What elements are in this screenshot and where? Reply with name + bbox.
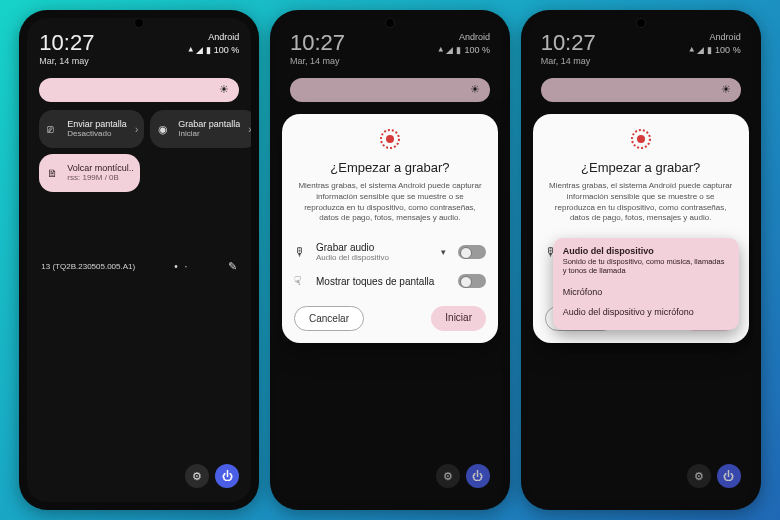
tile-cast-sub: Desactivado — [67, 130, 127, 139]
audio-source-menu: Audio del dispositivo Sonido de tu dispo… — [553, 238, 739, 330]
front-camera — [636, 18, 646, 28]
svg-point-1 — [386, 135, 394, 143]
dialog-title: ¿Empezar a grabar? — [294, 160, 486, 175]
phone-2: 10:27 Mar, 14 may Android ◢ ▮ 100 % ☀ En… — [270, 10, 510, 510]
record-dialog: ¿Empezar a grabar? Mientras grabas, el s… — [282, 114, 498, 343]
dialog-body: Mientras grabas, el sistema Android pued… — [294, 181, 486, 236]
svg-point-3 — [637, 135, 645, 143]
toggle-audio[interactable] — [458, 245, 486, 259]
screen: 10:27 Mar, 14 may Android ◢ ▮ 100 % ☀ ¿E… — [529, 18, 753, 502]
phone-3: 10:27 Mar, 14 may Android ◢ ▮ 100 % ☀ ¿E… — [521, 10, 761, 510]
menu-item-device-and-mic[interactable]: Audio del dispositivo y micrófono — [563, 302, 729, 322]
tile-record-sub: Iniciar — [178, 130, 240, 139]
chevron-right-icon: › — [246, 124, 251, 135]
tile-record-title: Grabar pantalla — [178, 120, 240, 130]
tile-heap-title: Volcar montícul.. — [67, 164, 134, 174]
wifi-icon — [188, 45, 193, 55]
brightness-icon: ☀ — [219, 83, 229, 96]
footer-row: 13 (TQ2B.230505.005.A1) • · ✎ — [27, 260, 251, 273]
dialog-body: Mientras grabas, el sistema Android pued… — [545, 181, 737, 236]
chevron-right-icon: › — [133, 124, 138, 135]
date: Mar, 14 may — [39, 56, 94, 66]
mic-icon: 🎙 — [294, 245, 308, 259]
battery-percent: 100 % — [214, 45, 240, 55]
quick-tiles-row-2: 🗎 Volcar montícul.. rss: 199M / 0B — [27, 154, 251, 192]
phone-1: 10:27 Mar, 14 may Android ◢ ▮ 100 % ☀ ⎚ … — [19, 10, 259, 510]
status-icons: ◢ ▮ 100 % — [188, 45, 240, 55]
touch-icon: ☟ — [294, 274, 308, 288]
front-camera — [385, 18, 395, 28]
tile-heap-sub: rss: 199M / 0B — [67, 174, 134, 183]
build-number: 13 (TQ2B.230505.005.A1) — [41, 262, 135, 271]
bottom-buttons: ⚙ ⏻ — [185, 464, 239, 488]
quick-tiles-row-1: ⎚ Enviar pantalla Desactivado › ◉ Grabar… — [27, 110, 251, 148]
front-camera — [134, 18, 144, 28]
option-show-touches[interactable]: ☟ Mostrar toques de pantalla — [294, 268, 486, 294]
record-dialog-icon — [379, 128, 401, 150]
signal-icon: ◢ — [196, 45, 203, 55]
chevron-down-icon[interactable]: ▾ — [437, 247, 450, 257]
menu-item-device-audio[interactable]: Audio del dispositivo — [563, 246, 729, 256]
tile-cast[interactable]: ⎚ Enviar pantalla Desactivado › — [39, 110, 144, 148]
screen: 10:27 Mar, 14 may Android ◢ ▮ 100 % ☀ En… — [278, 18, 502, 502]
battery-icon: ▮ — [206, 45, 211, 55]
document-icon: 🗎 — [47, 167, 61, 179]
edit-tiles-icon[interactable]: ✎ — [228, 260, 237, 273]
clock: 10:27 — [39, 32, 94, 54]
record-icon: ◉ — [158, 123, 172, 136]
record-dialog-icon — [630, 128, 652, 150]
settings-button[interactable]: ⚙ — [185, 464, 209, 488]
dialog-title: ¿Empezar a grabar? — [545, 160, 737, 175]
power-button[interactable]: ⏻ — [215, 464, 239, 488]
cancel-button[interactable]: Cancelar — [294, 306, 364, 331]
screen: 10:27 Mar, 14 may Android ◢ ▮ 100 % ☀ ⎚ … — [27, 18, 251, 502]
option-audio-sub: Audio del dispositivo — [316, 253, 429, 262]
start-button[interactable]: Iniciar — [431, 306, 486, 331]
power-icon: ⏻ — [222, 470, 233, 482]
brightness-slider[interactable]: ☀ — [39, 78, 239, 102]
menu-item-device-audio-sub: Sonido de tu dispositivo, como música, l… — [563, 257, 729, 276]
menu-item-microphone[interactable]: Micrófono — [563, 282, 729, 302]
gear-icon: ⚙ — [192, 470, 202, 483]
tile-record[interactable]: ◉ Grabar pantalla Iniciar › — [150, 110, 251, 148]
carrier-label: Android — [208, 32, 239, 42]
tile-heap-dump[interactable]: 🗎 Volcar montícul.. rss: 199M / 0B — [39, 154, 140, 192]
tile-cast-title: Enviar pantalla — [67, 120, 127, 130]
option-touches-title: Mostrar toques de pantalla — [316, 276, 450, 287]
toggle-touches[interactable] — [458, 274, 486, 288]
option-record-audio[interactable]: 🎙 Grabar audio Audio del dispositivo ▾ — [294, 236, 486, 268]
page-dots: • · — [174, 261, 189, 272]
cast-icon: ⎚ — [47, 123, 61, 135]
option-audio-title: Grabar audio — [316, 242, 429, 253]
